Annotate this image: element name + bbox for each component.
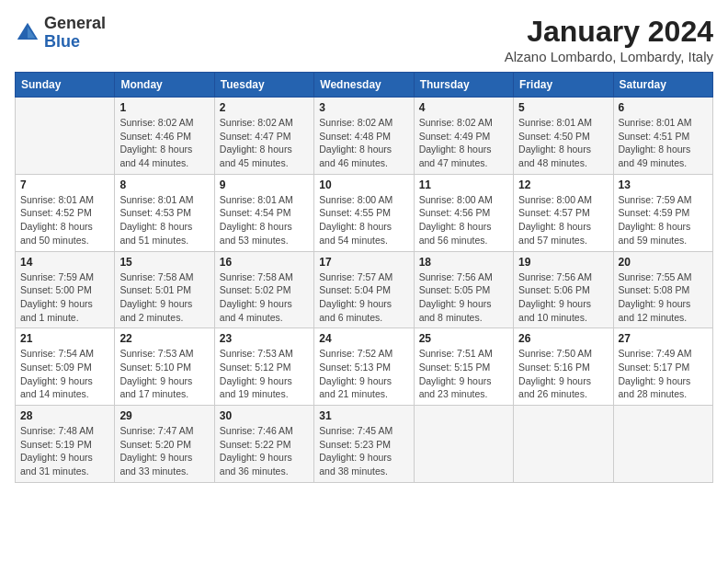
day-number: 10 bbox=[319, 178, 408, 191]
weekday-header-tuesday: Tuesday bbox=[214, 73, 313, 98]
day-info: Sunrise: 7:58 AMSunset: 5:01 PMDaylight:… bbox=[119, 270, 209, 325]
day-info: Sunrise: 7:58 AMSunset: 5:02 PMDaylight:… bbox=[220, 270, 309, 325]
day-info: Sunrise: 8:01 AMSunset: 4:51 PMDaylight:… bbox=[619, 116, 708, 170]
day-info: Sunrise: 7:59 AMSunset: 4:59 PMDaylight:… bbox=[619, 193, 708, 247]
calendar-cell bbox=[514, 406, 613, 483]
day-number: 29 bbox=[119, 409, 209, 422]
day-info: Sunrise: 7:54 AMSunset: 5:09 PMDaylight:… bbox=[20, 347, 109, 401]
logo-general: General bbox=[44, 15, 106, 33]
calendar-cell: 27Sunrise: 7:49 AMSunset: 5:17 PMDayligh… bbox=[613, 328, 712, 406]
day-info: Sunrise: 8:02 AMSunset: 4:46 PMDaylight:… bbox=[119, 116, 209, 170]
day-number: 30 bbox=[220, 409, 309, 422]
title-block: January 2024 Alzano Lombardo, Lombardy, … bbox=[505, 15, 713, 64]
day-number: 3 bbox=[319, 101, 408, 114]
calendar-week-5: 28Sunrise: 7:48 AMSunset: 5:19 PMDayligh… bbox=[16, 406, 713, 483]
day-info: Sunrise: 8:01 AMSunset: 4:53 PMDaylight:… bbox=[119, 193, 209, 247]
day-number: 11 bbox=[419, 178, 508, 191]
calendar-week-1: 1Sunrise: 8:02 AMSunset: 4:46 PMDaylight… bbox=[16, 98, 713, 175]
calendar-cell: 19Sunrise: 7:56 AMSunset: 5:06 PMDayligh… bbox=[514, 251, 613, 328]
weekday-row: SundayMondayTuesdayWednesdayThursdayFrid… bbox=[16, 73, 713, 98]
calendar-cell: 25Sunrise: 7:51 AMSunset: 5:15 PMDayligh… bbox=[414, 328, 513, 406]
day-info: Sunrise: 7:51 AMSunset: 5:15 PMDaylight:… bbox=[419, 347, 508, 401]
calendar-cell: 9Sunrise: 8:01 AMSunset: 4:54 PMDaylight… bbox=[214, 174, 313, 251]
calendar-cell: 20Sunrise: 7:55 AMSunset: 5:08 PMDayligh… bbox=[613, 251, 712, 328]
day-info: Sunrise: 7:55 AMSunset: 5:08 PMDaylight:… bbox=[619, 270, 708, 325]
day-info: Sunrise: 7:48 AMSunset: 5:19 PMDaylight:… bbox=[20, 424, 109, 478]
day-number: 23 bbox=[220, 332, 309, 345]
calendar-table: SundayMondayTuesdayWednesdayThursdayFrid… bbox=[15, 72, 713, 483]
day-number: 6 bbox=[619, 101, 708, 114]
day-number: 28 bbox=[20, 409, 109, 422]
day-number: 19 bbox=[518, 256, 608, 269]
calendar-body: 1Sunrise: 8:02 AMSunset: 4:46 PMDaylight… bbox=[16, 98, 713, 483]
day-info: Sunrise: 8:01 AMSunset: 4:50 PMDaylight:… bbox=[518, 116, 608, 170]
day-number: 16 bbox=[220, 256, 309, 269]
calendar-cell: 13Sunrise: 7:59 AMSunset: 4:59 PMDayligh… bbox=[613, 174, 712, 251]
calendar-cell: 18Sunrise: 7:56 AMSunset: 5:05 PMDayligh… bbox=[414, 251, 513, 328]
day-number: 20 bbox=[619, 256, 708, 269]
calendar-cell: 16Sunrise: 7:58 AMSunset: 5:02 PMDayligh… bbox=[214, 251, 313, 328]
day-info: Sunrise: 7:56 AMSunset: 5:05 PMDaylight:… bbox=[419, 270, 508, 325]
day-info: Sunrise: 7:49 AMSunset: 5:17 PMDaylight:… bbox=[619, 347, 708, 401]
day-info: Sunrise: 7:47 AMSunset: 5:20 PMDaylight:… bbox=[119, 424, 209, 478]
day-number: 31 bbox=[319, 409, 408, 422]
day-info: Sunrise: 8:02 AMSunset: 4:48 PMDaylight:… bbox=[319, 116, 408, 170]
calendar-week-2: 7Sunrise: 8:01 AMSunset: 4:52 PMDaylight… bbox=[16, 174, 713, 251]
day-info: Sunrise: 7:46 AMSunset: 5:22 PMDaylight:… bbox=[220, 424, 309, 478]
weekday-header-saturday: Saturday bbox=[613, 73, 712, 98]
calendar-cell: 3Sunrise: 8:02 AMSunset: 4:48 PMDaylight… bbox=[314, 98, 414, 175]
calendar-cell: 17Sunrise: 7:57 AMSunset: 5:04 PMDayligh… bbox=[314, 251, 414, 328]
weekday-header-thursday: Thursday bbox=[414, 73, 513, 98]
day-number: 8 bbox=[119, 178, 209, 191]
calendar-cell: 15Sunrise: 7:58 AMSunset: 5:01 PMDayligh… bbox=[115, 251, 214, 328]
calendar-cell: 23Sunrise: 7:53 AMSunset: 5:12 PMDayligh… bbox=[214, 328, 313, 406]
day-info: Sunrise: 7:56 AMSunset: 5:06 PMDaylight:… bbox=[518, 270, 608, 325]
calendar-cell: 12Sunrise: 8:00 AMSunset: 4:57 PMDayligh… bbox=[514, 174, 613, 251]
day-number: 13 bbox=[619, 178, 708, 191]
day-number: 25 bbox=[419, 332, 508, 345]
calendar-cell: 7Sunrise: 8:01 AMSunset: 4:52 PMDaylight… bbox=[16, 174, 115, 251]
day-number: 24 bbox=[319, 332, 408, 345]
calendar-cell: 10Sunrise: 8:00 AMSunset: 4:55 PMDayligh… bbox=[314, 174, 414, 251]
day-number: 1 bbox=[119, 101, 209, 114]
calendar-cell: 24Sunrise: 7:52 AMSunset: 5:13 PMDayligh… bbox=[314, 328, 414, 406]
day-info: Sunrise: 8:02 AMSunset: 4:49 PMDaylight:… bbox=[419, 116, 508, 170]
calendar-week-4: 21Sunrise: 7:54 AMSunset: 5:09 PMDayligh… bbox=[16, 328, 713, 406]
weekday-header-wednesday: Wednesday bbox=[314, 73, 414, 98]
calendar-cell bbox=[414, 406, 513, 483]
calendar-cell: 22Sunrise: 7:53 AMSunset: 5:10 PMDayligh… bbox=[115, 328, 214, 406]
logo: General Blue bbox=[15, 15, 106, 52]
calendar-cell: 2Sunrise: 8:02 AMSunset: 4:47 PMDaylight… bbox=[214, 98, 313, 175]
calendar-header: SundayMondayTuesdayWednesdayThursdayFrid… bbox=[16, 73, 713, 98]
day-number: 21 bbox=[20, 332, 109, 345]
weekday-header-sunday: Sunday bbox=[16, 73, 115, 98]
day-info: Sunrise: 7:45 AMSunset: 5:23 PMDaylight:… bbox=[319, 424, 408, 478]
day-info: Sunrise: 7:50 AMSunset: 5:16 PMDaylight:… bbox=[518, 347, 608, 401]
logo-blue: Blue bbox=[44, 33, 106, 52]
day-info: Sunrise: 8:01 AMSunset: 4:52 PMDaylight:… bbox=[20, 193, 109, 247]
day-number: 14 bbox=[20, 256, 109, 269]
day-number: 22 bbox=[119, 332, 209, 345]
day-number: 12 bbox=[518, 178, 608, 191]
day-info: Sunrise: 7:52 AMSunset: 5:13 PMDaylight:… bbox=[319, 347, 408, 401]
calendar-cell: 1Sunrise: 8:02 AMSunset: 4:46 PMDaylight… bbox=[115, 98, 214, 175]
calendar-cell: 14Sunrise: 7:59 AMSunset: 5:00 PMDayligh… bbox=[16, 251, 115, 328]
calendar-cell: 6Sunrise: 8:01 AMSunset: 4:51 PMDaylight… bbox=[613, 98, 712, 175]
weekday-header-monday: Monday bbox=[115, 73, 214, 98]
day-info: Sunrise: 7:53 AMSunset: 5:12 PMDaylight:… bbox=[220, 347, 309, 401]
day-info: Sunrise: 8:01 AMSunset: 4:54 PMDaylight:… bbox=[220, 193, 309, 247]
day-number: 5 bbox=[518, 101, 608, 114]
calendar-cell: 21Sunrise: 7:54 AMSunset: 5:09 PMDayligh… bbox=[16, 328, 115, 406]
day-info: Sunrise: 8:00 AMSunset: 4:56 PMDaylight:… bbox=[419, 193, 508, 247]
day-info: Sunrise: 7:59 AMSunset: 5:00 PMDaylight:… bbox=[20, 270, 109, 325]
day-number: 7 bbox=[20, 178, 109, 191]
day-number: 4 bbox=[419, 101, 508, 114]
month-title: January 2024 bbox=[505, 15, 713, 49]
calendar-cell: 30Sunrise: 7:46 AMSunset: 5:22 PMDayligh… bbox=[214, 406, 313, 483]
day-info: Sunrise: 7:53 AMSunset: 5:10 PMDaylight:… bbox=[119, 347, 209, 401]
day-info: Sunrise: 8:00 AMSunset: 4:55 PMDaylight:… bbox=[319, 193, 408, 247]
day-info: Sunrise: 7:57 AMSunset: 5:04 PMDaylight:… bbox=[319, 270, 408, 325]
calendar-cell: 5Sunrise: 8:01 AMSunset: 4:50 PMDaylight… bbox=[514, 98, 613, 175]
day-number: 27 bbox=[619, 332, 708, 345]
day-number: 18 bbox=[419, 256, 508, 269]
